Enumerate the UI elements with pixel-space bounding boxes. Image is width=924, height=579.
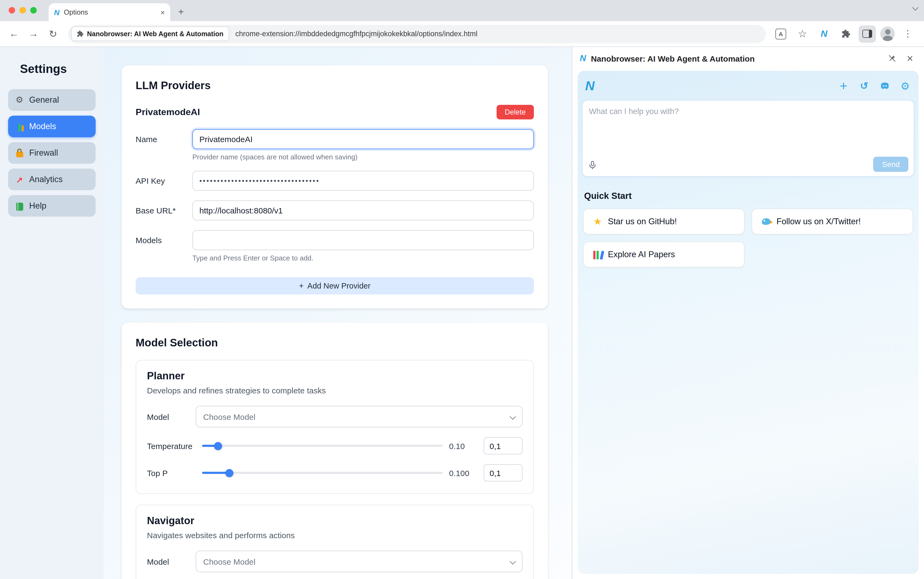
traffic-light-minimize[interactable] bbox=[20, 7, 26, 13]
nanobrowser-favicon-icon: N bbox=[54, 8, 59, 16]
navigator-section: Navigator Navigates websites and perform… bbox=[136, 505, 534, 579]
tab-search-chevron-icon[interactable] bbox=[913, 5, 919, 11]
lock-icon bbox=[15, 148, 25, 158]
bookmark-star-icon[interactable] bbox=[794, 25, 811, 43]
llm-providers-card: LLM Providers PrivatemodeAI Delete Name … bbox=[122, 65, 548, 309]
model-selection-title: Model Selection bbox=[136, 337, 534, 349]
planner-top-p-input[interactable] bbox=[484, 464, 523, 481]
sidebar-item-label: Firewall bbox=[29, 148, 58, 158]
tab-close-icon[interactable]: × bbox=[160, 8, 165, 16]
book-icon bbox=[15, 201, 25, 211]
plus-icon: + bbox=[299, 281, 304, 290]
sidebar-item-general[interactable]: General bbox=[8, 89, 96, 111]
planner-model-value: Choose Model bbox=[203, 412, 255, 421]
side-panel-icon bbox=[862, 30, 872, 38]
settings-gear-icon[interactable] bbox=[899, 80, 911, 92]
model-selection-card: Model Selection Planner Develops and ref… bbox=[122, 322, 548, 579]
discord-icon[interactable] bbox=[878, 80, 891, 92]
extension-chip-icon bbox=[77, 30, 84, 37]
nanobrowser-extension-icon[interactable]: N bbox=[815, 25, 833, 43]
planner-section: Planner Develops and refines strategies … bbox=[136, 360, 534, 494]
add-new-provider-label: Add New Provider bbox=[307, 281, 371, 290]
url-text: chrome-extension://imbddededgmcgfhfpcjmi… bbox=[235, 30, 478, 38]
traffic-light-maximize[interactable] bbox=[30, 7, 37, 13]
tab-title: Options bbox=[64, 8, 156, 16]
send-button[interactable]: Send bbox=[873, 157, 908, 172]
sidebar-item-label: Help bbox=[29, 201, 46, 211]
navigator-model-label: Model bbox=[147, 557, 196, 566]
chart-up-icon bbox=[15, 175, 25, 184]
browser-menu-icon[interactable] bbox=[899, 25, 916, 43]
planner-top-p-value: 0.100 bbox=[449, 468, 477, 478]
sidebar-item-label: General bbox=[29, 95, 59, 105]
models-label: Models bbox=[136, 236, 192, 245]
base-url-label: Base URL* bbox=[136, 206, 192, 215]
api-key-input[interactable] bbox=[192, 171, 534, 191]
planner-temperature-slider[interactable] bbox=[202, 442, 443, 450]
provider-name-input[interactable] bbox=[192, 129, 534, 149]
quickstart-github-label: Star us on GitHub! bbox=[608, 217, 677, 226]
provider-name-heading: PrivatemodeAI bbox=[136, 107, 200, 118]
navigator-model-select[interactable]: Choose Model bbox=[196, 551, 523, 572]
side-panel-body: N Send Quick bbox=[577, 71, 919, 574]
side-panel-toggle[interactable] bbox=[859, 25, 876, 43]
sidebar-item-models[interactable]: Models bbox=[8, 116, 96, 137]
delete-provider-button[interactable]: Delete bbox=[497, 105, 534, 119]
back-button[interactable] bbox=[5, 25, 23, 43]
quickstart-papers-label: Explore AI Papers bbox=[608, 250, 675, 259]
translate-icon[interactable]: A bbox=[772, 25, 790, 43]
planner-temperature-label: Temperature bbox=[147, 441, 196, 450]
name-label: Name bbox=[136, 134, 192, 144]
sidebar-item-label: Models bbox=[29, 121, 56, 131]
nanobrowser-logo-large-icon: N bbox=[585, 79, 595, 93]
extensions-puzzle-icon[interactable] bbox=[837, 25, 854, 43]
quickstart-twitter-card[interactable]: Follow us on X/Twitter! bbox=[752, 209, 913, 234]
quick-start-title: Quick Start bbox=[584, 191, 912, 201]
forward-button[interactable] bbox=[25, 25, 42, 43]
settings-main: LLM Providers PrivatemodeAI Delete Name … bbox=[104, 47, 572, 579]
add-new-provider-button[interactable]: + Add New Provider bbox=[136, 277, 534, 294]
nanobrowser-logo-icon: N bbox=[580, 54, 586, 63]
planner-description: Develops and refines strategies to compl… bbox=[147, 386, 523, 395]
microphone-icon[interactable] bbox=[588, 160, 597, 172]
history-icon[interactable] bbox=[858, 80, 870, 92]
sidebar-item-label: Analytics bbox=[29, 175, 63, 184]
profile-avatar[interactable] bbox=[880, 26, 895, 41]
base-url-input[interactable] bbox=[192, 201, 534, 221]
gear-icon bbox=[15, 95, 25, 105]
traffic-light-close[interactable] bbox=[9, 7, 15, 13]
navigator-heading: Navigator bbox=[147, 515, 523, 527]
tab-strip: N Options × + bbox=[0, 0, 924, 21]
tab-options[interactable]: N Options × bbox=[49, 3, 170, 21]
chat-input[interactable] bbox=[582, 100, 914, 158]
extension-chip[interactable]: Nanobrowser: AI Web Agent & Automation bbox=[71, 26, 229, 41]
browser-window: N Options × + Nanobrowser: AI Web Agent … bbox=[0, 0, 924, 579]
settings-title: Settings bbox=[20, 62, 96, 76]
planner-temperature-input[interactable] bbox=[484, 437, 523, 455]
address-bar[interactable]: Nanobrowser: AI Web Agent & Automation c… bbox=[68, 25, 766, 43]
api-key-label: API Key bbox=[136, 176, 192, 185]
models-input[interactable] bbox=[192, 230, 534, 250]
unpin-icon[interactable] bbox=[886, 52, 899, 65]
sidebar-item-help[interactable]: Help bbox=[8, 195, 96, 217]
browser-toolbar: Nanobrowser: AI Web Agent & Automation c… bbox=[0, 21, 924, 47]
close-panel-icon[interactable] bbox=[903, 52, 916, 65]
side-panel-title: Nanobrowser: AI Web Agent & Automation bbox=[591, 54, 881, 63]
models-help-text: Type and Press Enter or Space to add. bbox=[192, 254, 534, 262]
planner-model-select[interactable]: Choose Model bbox=[196, 406, 523, 427]
new-chat-icon[interactable] bbox=[837, 80, 849, 92]
star-icon bbox=[592, 216, 603, 227]
reload-button[interactable] bbox=[44, 25, 62, 43]
quickstart-github-card[interactable]: Star us on GitHub! bbox=[583, 209, 745, 234]
sidebar-item-analytics[interactable]: Analytics bbox=[8, 168, 96, 190]
side-panel-header: N Nanobrowser: AI Web Agent & Automation bbox=[572, 47, 924, 70]
sidebar-item-firewall[interactable]: Firewall bbox=[8, 142, 96, 164]
new-tab-button[interactable]: + bbox=[173, 4, 188, 20]
planner-top-p-slider[interactable] bbox=[202, 468, 443, 477]
chat-input-box: Send bbox=[582, 100, 914, 177]
chevron-down-icon bbox=[510, 414, 516, 420]
books-icon bbox=[592, 249, 603, 260]
extension-chip-label: Nanobrowser: AI Web Agent & Automation bbox=[87, 30, 223, 38]
quickstart-papers-card[interactable]: Explore AI Papers bbox=[583, 242, 745, 267]
llm-providers-title: LLM Providers bbox=[136, 79, 534, 92]
